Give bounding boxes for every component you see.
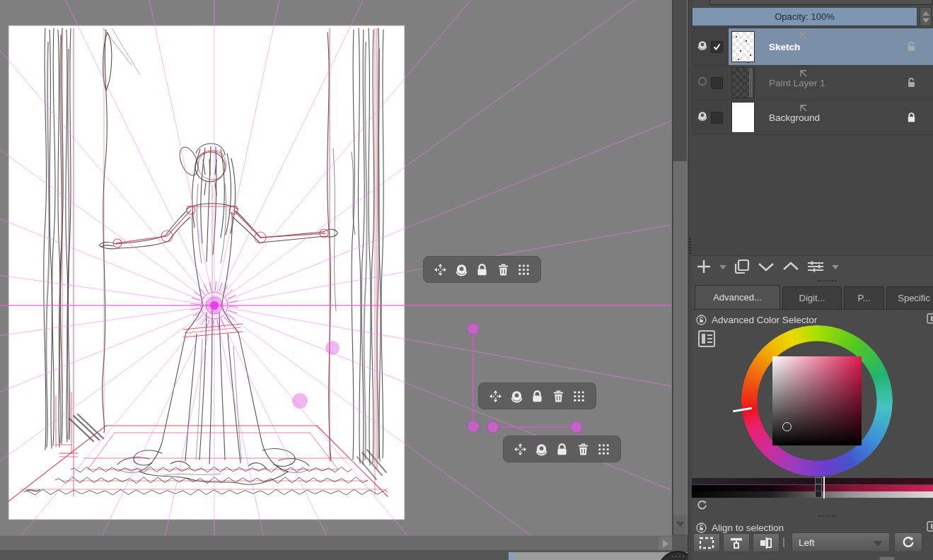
visibility-icon[interactable] (534, 442, 549, 457)
visibility-icon[interactable] (509, 389, 524, 404)
visibility-icon[interactable] (454, 262, 469, 277)
delete-icon[interactable] (576, 442, 591, 457)
inherit-alpha-icon[interactable] (799, 103, 808, 111)
krita-window: Opacity: 100% Sketch a Paint Layer 1 a B… (0, 0, 933, 560)
shade-bar-1[interactable] (692, 478, 933, 484)
move-layer-up-button[interactable] (781, 257, 801, 276)
move-icon[interactable] (488, 389, 503, 404)
lock-icon[interactable] (555, 442, 569, 457)
align-vertical-button[interactable] (753, 533, 780, 552)
assistant-handle[interactable] (468, 421, 479, 432)
color-selector-header: Advanced Color Selector (696, 313, 817, 327)
layer-checkbox[interactable] (711, 41, 723, 53)
assistant-handle[interactable] (325, 341, 340, 355)
docker-grip[interactable] (818, 515, 836, 517)
drag-grid-icon[interactable] (572, 389, 586, 404)
color-selector-settings-icon[interactable] (697, 329, 716, 348)
tab-p[interactable]: P... (844, 286, 884, 309)
tab-digit[interactable]: Digit... (782, 286, 842, 309)
move-icon[interactable] (433, 262, 448, 277)
layer-name[interactable]: Sketch (769, 42, 800, 52)
opacity-slider[interactable]: Opacity: 100% (692, 7, 917, 26)
eye-hidden-icon[interactable] (697, 76, 708, 89)
arrow-down-icon (676, 522, 685, 527)
assistant-toolbar-3[interactable] (503, 436, 621, 462)
lock-open-icon[interactable] (906, 41, 917, 52)
layer-checkbox[interactable] (711, 77, 723, 89)
float-docker-icon[interactable] (927, 521, 933, 532)
docker-lock-icon[interactable] (696, 315, 707, 325)
opacity-spinner[interactable] (920, 7, 932, 26)
hscroll-right-button[interactable] (659, 537, 672, 550)
partial-button (879, 556, 895, 560)
eye-visible-icon[interactable] (697, 111, 708, 124)
layer-name[interactable]: Background (769, 112, 820, 123)
selection-rect-icon (699, 537, 714, 549)
layer-thumbnail[interactable] (731, 67, 755, 98)
canvas-vertical-scrollbar[interactable] (672, 0, 687, 535)
move-layer-down-button[interactable] (756, 257, 776, 276)
orb-dots (672, 556, 686, 557)
delete-icon[interactable] (496, 262, 511, 277)
float-docker-icon[interactable] (927, 313, 933, 324)
layer-thumbnail[interactable] (731, 102, 755, 133)
inherit-alpha-icon[interactable] (799, 30, 808, 39)
layer-checkbox[interactable] (711, 112, 723, 124)
lock-open-icon[interactable] (906, 77, 917, 88)
docker-panel: Opacity: 100% Sketch a Paint Layer 1 a B… (692, 0, 933, 560)
layer-row-paint-layer-1[interactable]: Paint Layer 1 a (692, 66, 933, 100)
tab-advanced[interactable]: Advanced... (695, 285, 780, 309)
assistant-handle[interactable] (292, 393, 308, 409)
add-layer-options-button[interactable] (718, 257, 728, 276)
docker-lock-icon[interactable] (696, 523, 707, 533)
spin-down-icon[interactable] (922, 18, 929, 23)
dropdown-value: Left (799, 537, 815, 548)
assistant-toolbar-1[interactable] (423, 256, 541, 283)
lock-closed-icon[interactable] (906, 112, 917, 123)
drag-grid-icon[interactable] (596, 442, 611, 457)
arrow-right-icon (663, 539, 668, 548)
layer-row-background[interactable]: Background a (692, 100, 933, 135)
drag-grid-icon[interactable] (516, 262, 531, 277)
layer-name[interactable]: Paint Layer 1 (769, 78, 825, 88)
vscroll-down-button[interactable] (673, 515, 687, 535)
accent-mark (510, 553, 513, 560)
chevron-down-icon (873, 541, 883, 547)
blending-mode-combo-partial[interactable] (709, 0, 933, 5)
shade-bar-3[interactable] (692, 491, 933, 498)
eye-visible-icon[interactable] (697, 40, 708, 53)
lock-icon[interactable] (530, 389, 545, 404)
shade-bar-2[interactable] (692, 485, 933, 491)
align-horizontal-button[interactable] (723, 533, 750, 552)
properties-options-button[interactable] (830, 257, 840, 276)
canvas-area[interactable] (0, 0, 688, 560)
assistant-toolbar-2[interactable] (478, 383, 596, 409)
layer-list: Sketch a Paint Layer 1 a Background a (692, 28, 933, 256)
sv-indicator (782, 422, 792, 431)
spin-up-icon[interactable] (922, 11, 929, 16)
assistant-handle[interactable] (468, 323, 479, 334)
inherit-alpha-icon[interactable] (799, 68, 808, 76)
docker-grip[interactable] (818, 280, 836, 281)
vscroll-thumb[interactable] (673, 161, 687, 515)
add-layer-button[interactable] (695, 257, 713, 276)
tab-specific[interactable]: Specific (886, 286, 933, 309)
layer-properties-button[interactable] (806, 257, 825, 276)
refresh-shades-icon[interactable] (696, 499, 708, 511)
saturation-value-square[interactable] (772, 356, 862, 445)
selection-mode-button[interactable] (693, 533, 720, 552)
align-direction-dropdown[interactable]: Left (792, 532, 890, 552)
delete-icon[interactable] (551, 389, 566, 404)
align-docker-title: Align to selection (712, 523, 784, 533)
lock-icon[interactable] (475, 262, 489, 277)
shade-bar-handle[interactable] (815, 477, 822, 498)
move-icon[interactable] (513, 442, 528, 457)
canvas-horizontal-scrollbar[interactable] (0, 535, 672, 550)
layer-thumbnail[interactable] (731, 31, 755, 62)
separator: | (782, 535, 785, 547)
assistant-handle[interactable] (571, 421, 582, 433)
assistant-handle[interactable] (487, 421, 499, 433)
duplicate-layer-button[interactable] (733, 257, 751, 276)
layer-row-sketch[interactable]: Sketch a (692, 28, 933, 66)
align-refresh-button[interactable] (894, 532, 922, 552)
